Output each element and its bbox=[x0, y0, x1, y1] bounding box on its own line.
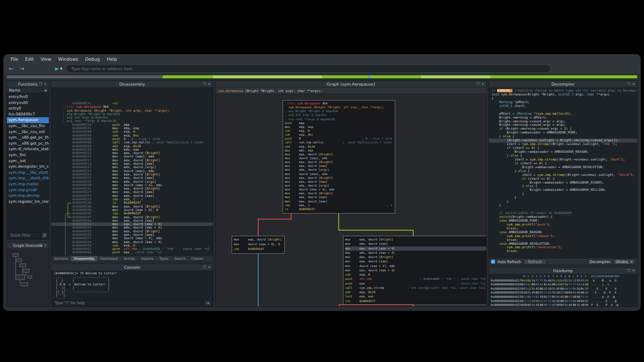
asm-line[interactable]: mov eax, dword [eax] bbox=[285, 180, 393, 184]
function-item[interactable]: fcn.080490c7 bbox=[7, 112, 49, 118]
console-send-icon[interactable]: ➜ bbox=[204, 300, 212, 306]
decompiler-line[interactable]: if (iVar2 == 0) { bbox=[489, 177, 637, 181]
tab-strings[interactable]: Strings bbox=[121, 256, 138, 261]
asm-line[interactable]: mov eax, dword [eax] bbox=[285, 200, 393, 204]
back-arrow-icon[interactable]: ← bbox=[9, 65, 14, 72]
decompiler-line[interactable]: // switch table (5 cases) at 0x804a044 bbox=[489, 211, 637, 215]
decompiler-line[interactable]: Morning *pMVar1; bbox=[489, 101, 637, 104]
asm-line[interactable]: mov edx, eax bbox=[285, 149, 393, 153]
hexdump-row[interactable]: 0x000000000804921089c28b450889108b45088b… bbox=[489, 287, 637, 291]
decompiler-line[interactable]: if (iVar2 == 0) { bbox=[489, 162, 637, 166]
decompiler-line[interactable]: break; bbox=[489, 249, 637, 253]
seek-segment[interactable] bbox=[490, 75, 637, 78]
clear-filter-button[interactable]: x bbox=[42, 232, 48, 238]
asm-line[interactable]: mov eax, dword [eax] bbox=[345, 259, 486, 264]
menu-file[interactable]: File bbox=[7, 56, 22, 62]
asm-line[interactable]: mov dword [eax + 4], edx bbox=[345, 264, 486, 268]
graph-overview-canvas[interactable] bbox=[7, 249, 49, 306]
function-item[interactable]: sym.imp.__stack_chk_fail bbox=[7, 175, 49, 181]
tab-disassembly[interactable]: Disassembly bbox=[71, 256, 97, 261]
asm-line[interactable]: mov eax, dword [eax] bbox=[285, 164, 393, 168]
asm-line[interactable]: 0x08049261 push str.the ; 0x804a008 ; "t… bbox=[51, 247, 213, 251]
asm-line[interactable]: 0x08049226 mov edx, dword [argv] bbox=[51, 180, 213, 184]
auto-refresh-checkbox[interactable]: ✓ bbox=[491, 260, 495, 264]
asm-line[interactable]: mov edx, dword [eax + 4] bbox=[345, 251, 486, 255]
asm-line[interactable]: 0x08049236 ja 0x8049247 bbox=[51, 201, 213, 205]
asm-line[interactable]: 0x080491fc ret bbox=[51, 102, 213, 105]
asm-line[interactable]: 0x08049247 mov eax, dword [Bright] bbox=[51, 216, 213, 219]
asm-line[interactable]: 0x0804921f mov dword [eax], edx bbox=[51, 169, 213, 173]
close-icon[interactable]: ✕ bbox=[44, 82, 47, 86]
hexdump-row[interactable]: 0x0000000008049220108b45088b008b55108950… bbox=[489, 291, 637, 295]
asm-line[interactable]: sub esp, 8 bbox=[285, 129, 393, 133]
asm-line[interactable]: ; arg char **argv @ ebp+0x10 bbox=[285, 118, 393, 122]
function-item[interactable]: sym.register_tm_clones bbox=[7, 199, 49, 205]
decompiler-line[interactable]: Bright->ambassador = AMBASSADOR_REASON; bbox=[489, 150, 637, 154]
asm-line[interactable]: 0x0804925a mov eax, dword [eax + 4] bbox=[51, 240, 213, 244]
asm-line[interactable]: 0x080491fd push ebp bbox=[51, 123, 213, 127]
decompiler-line[interactable]: break; bbox=[489, 238, 637, 242]
decompiler-line[interactable]: } bbox=[489, 196, 637, 200]
close-icon[interactable]: ✕ bbox=[44, 243, 47, 247]
asm-line[interactable]: 0x08049203 sub esp, 0xc bbox=[51, 134, 213, 137]
undock-icon[interactable]: ❐ bbox=[203, 82, 206, 86]
function-item[interactable]: entry.fini0 bbox=[7, 94, 49, 100]
decompiler-line[interactable]: } bbox=[489, 200, 637, 204]
asm-line[interactable]: call sym.imp.strcmp; int strcmp(const ch… bbox=[345, 286, 486, 290]
decompiler-line[interactable]: break; bbox=[489, 227, 637, 231]
menu-view[interactable]: View bbox=[37, 56, 55, 62]
menu-edit[interactable]: Edit bbox=[22, 56, 37, 62]
decompiler-line[interactable]: iVar2 = sym.imp.strcmp((Bright->window).… bbox=[489, 158, 637, 162]
hexdump-row[interactable]: 0x00000000080491f0e86bfaffff8b4dfcc58d61… bbox=[489, 279, 637, 283]
asm-line[interactable]: 0x08049224 mov eax, dword [eax] bbox=[51, 176, 213, 180]
asm-line[interactable]: ; arg Bright *Bright @ ebp+0x8 bbox=[285, 110, 393, 113]
refresh-button[interactable]: Refresh bbox=[524, 259, 547, 265]
asm-line[interactable]: mov ebp, esp bbox=[285, 125, 393, 129]
decompiler-line[interactable]: sym.imp.printf("revolution"); bbox=[489, 246, 637, 249]
decompiler-line[interactable] bbox=[489, 208, 637, 211]
asm-line[interactable]: mov eax, dword [Bright] bbox=[345, 255, 486, 259]
decompiler-code[interactable]: // WARNING: [r2ghidra] Failed to match t… bbox=[489, 88, 637, 258]
asm-line[interactable]: ; arg int argc @ ebp+0xc bbox=[285, 113, 393, 117]
decompiler-line[interactable]: Bright->ambassador = AMBASSADOR_ECHOES; bbox=[489, 181, 637, 185]
function-item[interactable]: sym.__libc_csu_fini bbox=[7, 123, 49, 129]
asm-line[interactable]: 0x0804920d add esp, 0x10 bbox=[51, 145, 213, 148]
undock-icon[interactable]: ❐ bbox=[476, 82, 479, 86]
decompiler-line[interactable]: } else { bbox=[489, 169, 637, 173]
asm-line[interactable]: mov dword [eax], edx bbox=[285, 172, 393, 176]
asm-line[interactable]: call sym.imp.malloc; void *malloc(size_t… bbox=[285, 141, 393, 145]
asm-line[interactable]: 0x08049266 push eax ; const char *s1 bbox=[51, 251, 213, 254]
asm-line[interactable]: 0x08049206 push 8 ; 8 ; size_t size bbox=[51, 137, 213, 141]
decompiler-line[interactable]: } else { bbox=[489, 154, 637, 158]
seek-segment[interactable] bbox=[7, 75, 163, 78]
menu-debug[interactable]: Debug bbox=[82, 56, 104, 62]
decompiler-line[interactable]: iVar2 = sym.imp.strcmp((Bright->window).… bbox=[489, 173, 637, 177]
asm-line[interactable]: 0x08049208 call sym.imp.malloc ; void *m… bbox=[51, 141, 213, 144]
seek-segment[interactable] bbox=[213, 75, 322, 78]
asm-line[interactable]: ; arg char **argv @ ebp+0x10 bbox=[51, 119, 213, 123]
asm-line[interactable]: test eax, eax bbox=[345, 294, 486, 299]
asm-line[interactable]: push 8; 8 ; size_t size bbox=[285, 137, 393, 141]
function-item[interactable]: sym.Aeropause bbox=[7, 117, 49, 123]
hexdump-row[interactable]: 0x000000000804925050048b45088b008950048b… bbox=[489, 303, 637, 306]
function-item[interactable]: sym._fini bbox=[7, 152, 49, 158]
decompiler-line[interactable] bbox=[489, 108, 637, 112]
decompiler-line[interactable]: (Bright->window).sunlight = Bright->morn… bbox=[489, 139, 637, 142]
asm-line[interactable]: 0x08049215 mov dword [eax], edx bbox=[51, 155, 213, 158]
function-item[interactable]: entry0 bbox=[7, 106, 49, 112]
asm-line[interactable]: sym.Aeropause (Bright *Bright, int argc,… bbox=[51, 109, 213, 113]
asm-line[interactable]: 0x08049252 mov eax, dword [Bright] bbox=[51, 230, 213, 233]
asm-line[interactable]: mov eax, dword [eax] bbox=[345, 242, 486, 246]
tab-search[interactable]: Search bbox=[171, 256, 188, 261]
asm-line[interactable]: add esp, 0x10 bbox=[345, 290, 486, 294]
play-caret-icon[interactable]: ▼ bbox=[60, 67, 62, 71]
seek-navbar[interactable] bbox=[7, 75, 637, 78]
asm-line[interactable]: 0x0804924f mov edx, dword [eax + 4] bbox=[51, 226, 213, 229]
function-item[interactable]: sym.imp.malloc bbox=[7, 181, 49, 187]
asm-line[interactable]: mov edx, dword [argc] bbox=[285, 168, 393, 172]
function-item[interactable]: sym.__x86.get_pc_thunk.bp bbox=[7, 135, 49, 141]
hexdump-header-row[interactable]: 0123456789ABCDEF0123456789ABCDEF bbox=[489, 275, 637, 279]
close-icon[interactable]: ✕ bbox=[208, 82, 211, 86]
asm-line[interactable]: 0x08049221 mov eax, dword [Bright] bbox=[51, 173, 213, 176]
undock-icon[interactable]: ❐ bbox=[39, 82, 42, 86]
